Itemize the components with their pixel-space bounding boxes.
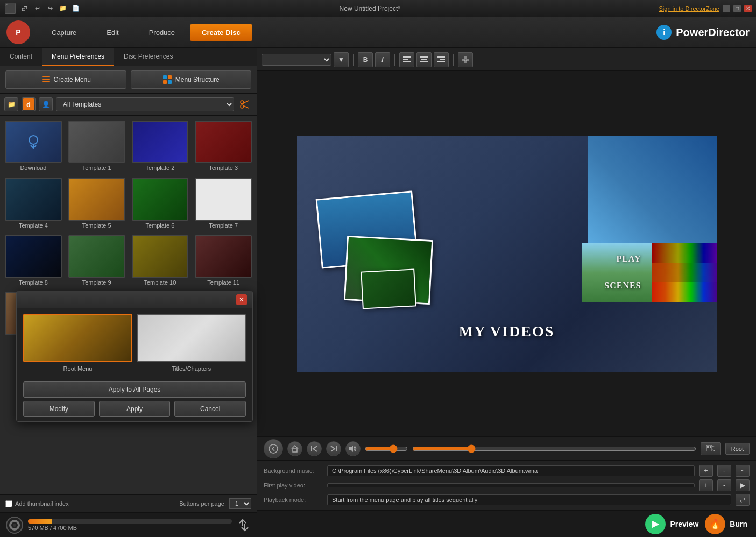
tab-menu-preferences[interactable]: Menu Preferences (42, 48, 114, 66)
close-button[interactable]: ✕ (744, 5, 752, 12)
minimize-button[interactable]: — (723, 5, 730, 12)
template-8[interactable]: Template 8 (3, 234, 63, 287)
root-button[interactable]: Root (725, 443, 750, 455)
font-size-btn[interactable]: ▼ (334, 52, 349, 67)
titles-chapters-thumb (137, 314, 246, 362)
tab-content[interactable]: Content (0, 48, 42, 66)
bg-music-add-btn[interactable]: + (699, 465, 713, 477)
bold-button[interactable]: B (358, 52, 373, 67)
seek-bar[interactable] (412, 444, 696, 453)
buttons-per-page: Buttons per page: 1 2 3 (179, 498, 251, 509)
italic-button[interactable]: I (375, 52, 390, 67)
title-bar: ⬛ 🗗 ↩ ↪ 📁 📄 New Untitled Project* Sign i… (0, 0, 756, 17)
svg-rect-6 (168, 75, 172, 79)
font-family-select[interactable] (262, 54, 331, 66)
template-6[interactable]: Template 6 (130, 176, 190, 230)
bg-music-remove-btn[interactable]: - (717, 465, 731, 477)
volume-slider[interactable] (365, 444, 408, 453)
svg-point-10 (241, 105, 244, 108)
cancel-button[interactable]: Cancel (174, 401, 246, 417)
preview-button[interactable]: ▶ Preview (645, 514, 698, 534)
volume-button[interactable] (345, 441, 361, 456)
sign-in-link[interactable]: Sign in to DirectorZone (659, 5, 719, 12)
playback-mode-btn[interactable]: ⇄ (736, 494, 750, 506)
svg-rect-22 (403, 61, 411, 62)
edit-tab[interactable]: Edit (91, 24, 133, 41)
align-center-button[interactable] (416, 52, 432, 67)
template-10[interactable]: Template 10 (130, 234, 190, 287)
titles-chapters-preview[interactable]: Titles/Chapters (137, 314, 246, 372)
buttons-per-page-select[interactable]: 1 2 3 (229, 498, 251, 509)
burn-button[interactable]: 🔥 Burn (705, 514, 747, 534)
thumbnail-index-input[interactable] (5, 500, 12, 507)
svg-rect-4 (42, 81, 50, 82)
create-disc-button[interactable]: Create Disc (190, 24, 252, 41)
svg-text:P: P (16, 28, 20, 37)
grid-button[interactable] (458, 52, 473, 67)
svg-rect-26 (437, 56, 445, 58)
menu-preview: Play Scenes My Videos (297, 136, 717, 372)
menu-title: My Videos (459, 323, 554, 340)
scissors-button[interactable] (237, 97, 252, 112)
nav-tabs: Capture Edit Produce Create Disc (37, 24, 656, 41)
action-bar: ▶ Preview 🔥 Burn (257, 510, 756, 537)
produce-tab[interactable]: Produce (134, 24, 190, 41)
align-right-button[interactable] (434, 52, 449, 67)
template-4[interactable]: Template 4 (3, 176, 63, 230)
thumbnail-index-checkbox[interactable]: Add thumbnail index (5, 500, 69, 507)
tb-btn1[interactable]: 🗗 (19, 4, 29, 13)
svg-rect-28 (437, 61, 445, 62)
template-9[interactable]: Template 9 (67, 234, 127, 287)
home-button[interactable] (287, 441, 302, 456)
separator-1 (353, 54, 354, 66)
folder-filter-btn[interactable]: 📁 (4, 97, 18, 111)
template-filter-select[interactable]: All Templates (56, 97, 234, 111)
popup-header: ✕ (17, 291, 252, 308)
template-2[interactable]: Template 2 (130, 119, 190, 173)
first-play-remove-btn[interactable]: - (717, 479, 731, 491)
transfer-icon[interactable] (236, 518, 251, 533)
modify-button[interactable]: Modify (23, 401, 95, 417)
tb-btn4[interactable]: 📁 (58, 4, 68, 13)
tb-btn5[interactable]: 📄 (71, 4, 81, 13)
template-4-label: Template 4 (19, 222, 48, 229)
menu-scenes-button[interactable]: Scenes (604, 281, 641, 291)
progress-fill (28, 519, 52, 524)
bg-music-options-btn[interactable]: ~ (736, 465, 750, 477)
app-icon: ⬛ (4, 3, 16, 15)
apply-all-button[interactable]: Apply to All Pages (23, 381, 246, 398)
tb-btn2[interactable]: ↩ (32, 4, 42, 13)
water-photo (588, 136, 717, 243)
template-5[interactable]: Template 5 (67, 176, 127, 230)
tb-btn3[interactable]: ↪ (45, 4, 55, 13)
tab-disc-preferences[interactable]: Disc Preferences (114, 48, 182, 66)
prev-button[interactable] (307, 441, 322, 456)
photo-3 (361, 268, 416, 309)
align-left-button[interactable] (399, 52, 414, 67)
video-view-button[interactable] (701, 442, 721, 455)
first-play-value (327, 483, 695, 487)
create-menu-button[interactable]: Create Menu (5, 70, 126, 89)
next-button[interactable] (326, 441, 341, 456)
maximize-button[interactable]: □ (733, 5, 741, 12)
d-filter-btn[interactable]: d (22, 97, 36, 111)
bg-music-label: Background music: (264, 468, 323, 474)
template-3[interactable]: Template 3 (193, 119, 253, 173)
playback-mode-value: Start from the menu page and play all ti… (327, 494, 731, 505)
template-7[interactable]: Template 7 (193, 176, 253, 230)
person-filter-btn[interactable]: 👤 (39, 97, 53, 111)
svg-rect-27 (440, 59, 445, 60)
first-play-play-btn[interactable]: ▶ (736, 479, 750, 491)
menu-play-button[interactable]: Play (616, 254, 641, 264)
popup-close-button[interactable]: ✕ (236, 294, 247, 305)
template-11[interactable]: Template 11 (193, 234, 253, 287)
menu-structure-button[interactable]: Menu Structure (131, 70, 252, 89)
template-download[interactable]: Download (3, 119, 63, 173)
apply-button[interactable]: Apply (99, 401, 171, 417)
template-1[interactable]: Template 1 (67, 119, 127, 173)
svg-rect-25 (420, 61, 428, 62)
first-play-add-btn[interactable]: + (699, 479, 713, 491)
return-button[interactable] (264, 439, 283, 458)
capture-tab[interactable]: Capture (37, 24, 91, 41)
root-menu-preview[interactable]: Root Menu (23, 314, 132, 372)
